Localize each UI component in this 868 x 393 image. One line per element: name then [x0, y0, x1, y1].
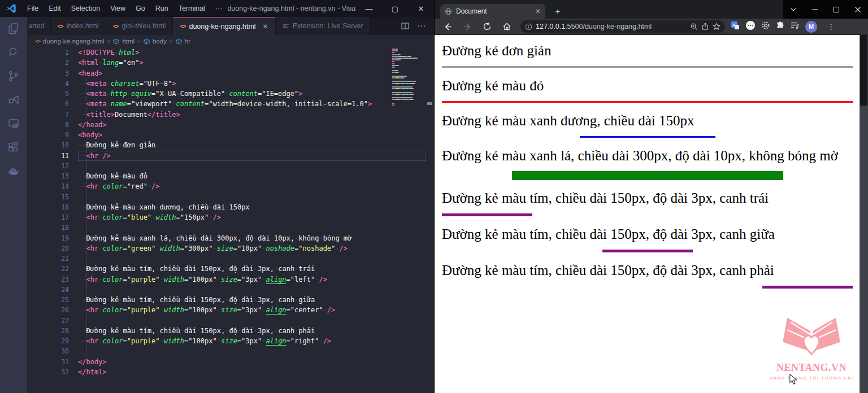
zoom-indicator-icon[interactable]	[690, 23, 698, 30]
editor-more-actions-icon[interactable]: ···	[417, 21, 426, 31]
site-info-icon[interactable]	[525, 23, 532, 30]
code-text	[78, 161, 426, 171]
breadcrumb[interactable]: <> duong-ke-ngang.html> html> body> hr	[27, 35, 434, 47]
extensions-puzzle-icon[interactable]	[776, 21, 785, 32]
code-line[interactable]: 21	[27, 254, 434, 264]
menu-more-icon[interactable]: ···	[210, 0, 228, 17]
code-line[interactable]: 8</head>	[27, 120, 434, 130]
browser-tab-strip: Document ✕ +	[435, 0, 868, 19]
code-line[interactable]: 22··Đường·kẻ·màu·tím,·chiều·dài·150px,·đ…	[27, 264, 434, 274]
code-line[interactable]: 2<html·lang="en">	[27, 58, 434, 68]
browser-close-button[interactable]	[847, 0, 868, 19]
line-number: 11	[27, 151, 69, 161]
code-line[interactable]: 29··<hr·color="purple"·width="100px"·siz…	[27, 336, 434, 346]
tab-gioi-thieu-html[interactable]: <>gioi-thieu.html	[106, 17, 173, 35]
code-line[interactable]: 3<head>	[27, 68, 434, 78]
menu-file[interactable]: File	[22, 0, 44, 17]
menu-terminal[interactable]: Terminal	[173, 0, 210, 17]
code-line[interactable]: 31</body>	[27, 357, 434, 367]
tab-get-started[interactable]: arted	[27, 17, 51, 35]
code-line[interactable]: 15	[27, 192, 434, 202]
tab-extension-live-server[interactable]: Extension: Live Server	[276, 17, 371, 35]
code-line[interactable]: 6··<meta·name="viewport"·content="width=…	[27, 99, 434, 109]
media-queue-icon[interactable]	[791, 21, 800, 32]
scrollbar-thumb[interactable]	[860, 35, 867, 106]
search-icon[interactable]	[0, 41, 27, 64]
code-line[interactable]: 12	[27, 161, 434, 171]
vscode-close-button[interactable]: ✕	[408, 0, 434, 17]
tab-index-html[interactable]: <>index.html	[51, 17, 106, 35]
bookmark-star-icon[interactable]	[713, 23, 721, 30]
back-button[interactable]	[441, 20, 454, 33]
browser-menu-icon[interactable]: ⋮	[827, 23, 835, 31]
code-line[interactable]: 32</html>	[27, 367, 434, 377]
run-debug-icon[interactable]	[0, 88, 27, 112]
code-line[interactable]: 30	[27, 346, 434, 356]
translate-extension-icon[interactable]: A	[731, 21, 740, 32]
code-line[interactable]: 5··<meta·http-equiv="X-UA-Compatible"·co…	[27, 89, 434, 99]
code-editor[interactable]: 1<!DOCTYPE·html>2<html·lang="en">3<head>…	[27, 47, 434, 393]
home-button[interactable]	[500, 20, 514, 33]
code-line[interactable]: 20··<hr·color="green"·width="300px"·size…	[27, 243, 434, 254]
menu-edit[interactable]: Edit	[44, 0, 66, 17]
extensions-icon[interactable]	[0, 136, 27, 159]
menu-run[interactable]: Run	[150, 0, 173, 17]
browser-minimize-button[interactable]	[804, 0, 826, 19]
profile-avatar[interactable]: M	[805, 21, 817, 33]
code-line[interactable]: 25··Đường·kẻ·màu·tím,·chiều·dài·150px,·đ…	[27, 295, 434, 305]
book-heart-logo	[778, 313, 845, 360]
code-line[interactable]: 13··Đường·kẻ·màu·đỏ	[27, 171, 434, 181]
code-line[interactable]: 9<body>	[27, 130, 434, 140]
tab-close-icon[interactable]: ✕	[263, 23, 268, 30]
docker-icon[interactable]	[0, 159, 27, 183]
vscode-maximize-button[interactable]: ▢	[382, 0, 408, 17]
code-line[interactable]: 1<!DOCTYPE·html>	[27, 47, 434, 58]
line-number: 30	[27, 346, 69, 356]
code-line[interactable]: 19··Đường·kẻ·màu·xanh·lá,·chiều·dài·300p…	[27, 233, 434, 243]
browser-tab-document[interactable]: Document ✕	[440, 4, 545, 19]
forward-button[interactable]	[461, 20, 474, 33]
tab-close-icon[interactable]: ✕	[535, 7, 541, 15]
code-line[interactable]: 26··<hr·color="purple"·width="100px"·siz…	[27, 305, 434, 315]
remote-explorer-icon[interactable]	[0, 112, 27, 136]
settings-gear-icon[interactable]	[761, 21, 770, 32]
code-line[interactable]: 11··<hr·/>	[27, 151, 434, 161]
html-file-icon: <>	[58, 23, 63, 29]
page-hr	[442, 101, 853, 103]
code-line[interactable]: 10··Đường·kẻ·đơn·giản	[27, 140, 434, 150]
adblock-extension-icon[interactable]	[745, 20, 756, 33]
url-text[interactable]: 127.0.0.1:5500/duong-ke-ngang.html	[536, 23, 687, 30]
code-line[interactable]: 27	[27, 316, 434, 326]
page-scrollbar[interactable]	[860, 35, 868, 393]
code-line[interactable]: 23··<hr·color="purple"·width="100px"·siz…	[27, 274, 434, 285]
share-icon[interactable]	[701, 23, 709, 30]
split-editor-icon[interactable]	[401, 22, 409, 30]
menu-view[interactable]: View	[105, 0, 131, 17]
window-menu-chevron-icon[interactable]	[783, 0, 804, 19]
breadcrumb-file[interactable]: duong-ke-ngang.html	[43, 38, 105, 45]
browser-maximize-button[interactable]	[826, 0, 847, 19]
code-line[interactable]: 28··Đường·kẻ·màu·tím,·chiều·dài·150px,·đ…	[27, 326, 434, 336]
reload-button[interactable]	[480, 20, 494, 33]
menu-go[interactable]: Go	[131, 0, 150, 17]
code-line[interactable]: 17··<hr·color="blue"·width="150px"·/>	[27, 212, 434, 222]
vscode-minimize-button[interactable]: —	[356, 0, 382, 17]
browser-window-controls	[783, 0, 868, 19]
explorer-icon[interactable]	[0, 17, 27, 41]
code-line[interactable]: 14··<hr·color="red"·/>	[27, 181, 434, 191]
code-line[interactable]: 4··<meta·charset="UTF-8">	[27, 78, 434, 89]
breadcrumb-body[interactable]: body	[153, 38, 167, 45]
breadcrumb-html[interactable]: html	[122, 38, 134, 45]
code-line[interactable]: 7··<title>Document</title>	[27, 110, 434, 120]
code-line[interactable]: 16··Đường·kẻ·màu·xanh·dương,·chiều·dài·1…	[27, 202, 434, 212]
address-bar[interactable]: 127.0.0.1:5500/duong-ke-ngang.html	[520, 20, 725, 33]
minimap[interactable]	[392, 49, 426, 106]
new-tab-button[interactable]: +	[552, 6, 563, 17]
code-line[interactable]: 18	[27, 222, 434, 233]
menu-selection[interactable]: Selection	[66, 0, 105, 17]
chevron-right-icon: >	[107, 38, 111, 45]
source-control-icon[interactable]	[0, 64, 27, 88]
tab-duong-ke-ngang-html[interactable]: <>duong-ke-ngang.html✕	[173, 17, 275, 35]
breadcrumb-hr[interactable]: hr	[185, 38, 190, 45]
code-line[interactable]: 24	[27, 285, 434, 295]
